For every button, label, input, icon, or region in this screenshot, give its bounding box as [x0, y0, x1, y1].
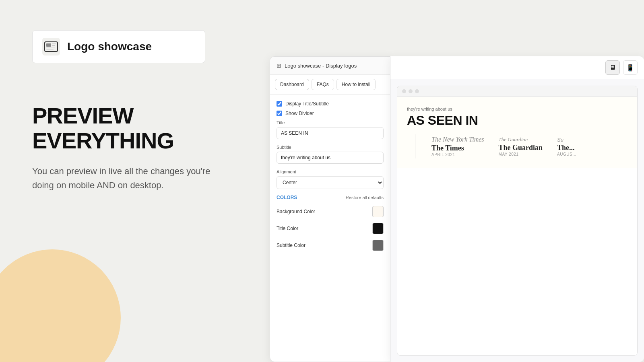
settings-body: Display Title/Subtitle Show Divider Titl… [270, 95, 390, 362]
desktop-icon: 🖥 [609, 64, 616, 71]
background-color-swatch[interactable] [372, 206, 384, 217]
title-color-swatch[interactable] [372, 223, 384, 234]
showcase-title: AS SEEN IN [407, 113, 627, 128]
app-header-card: Logo showcase [32, 30, 205, 63]
list-item: The New York Times The Times APRIL 2021 [425, 136, 491, 157]
left-section: Logo showcase PREVIEW EVERYTHING You can… [0, 0, 270, 362]
nyt-name: The Times [431, 144, 464, 152]
background-color-row: Background Color [277, 206, 384, 217]
guardian-publication: The Guardian [499, 136, 528, 143]
logo-grid-divider [415, 134, 415, 158]
settings-header-title: Logo showcase - Display logos [285, 63, 357, 69]
display-title-checkbox[interactable] [277, 101, 282, 107]
tab-faqs[interactable]: FAQs [312, 79, 334, 90]
subtitle-color-label: Subtitle Color [277, 243, 305, 248]
mobile-icon: 📱 [626, 64, 634, 72]
guardian-date: MAY 2021 [499, 152, 519, 156]
checkbox-show-divider: Show Divider [277, 111, 384, 116]
alignment-select[interactable]: Center Left Right [277, 176, 384, 189]
show-divider-checkbox[interactable] [277, 111, 282, 116]
subtitle-color-swatch[interactable] [372, 240, 384, 251]
browser-bar [397, 86, 637, 97]
list-item: Su The... AUGUS... [551, 137, 583, 156]
display-title-label: Display Title/Subtitle [285, 101, 329, 107]
showcase-subtitle: they're writing about us [407, 107, 627, 111]
title-input[interactable] [277, 127, 384, 139]
preview-panel: 🖥 📱 they're writing about us AS SEEN IN … [390, 56, 644, 362]
aug-publication: Su [557, 137, 564, 143]
browser-dot-2 [409, 89, 413, 93]
tab-bar: Dashboard FAQs How to install [270, 75, 390, 95]
subtitle-field-label: Subtitle [277, 145, 384, 150]
aug-date: AUGUS... [557, 152, 576, 156]
alignment-field-label: Alignment [277, 169, 384, 174]
subtitle-color-row: Subtitle Color [277, 240, 384, 251]
guardian-name: The Guardian [499, 144, 543, 152]
logo-grid: The New York Times The Times APRIL 2021 … [407, 134, 627, 158]
preview-toolbar: 🖥 📱 [390, 56, 644, 79]
settings-grid-icon: ⊞ [277, 62, 281, 69]
settings-header: ⊞ Logo showcase - Display logos [270, 57, 390, 75]
nyt-date: APRIL 2021 [431, 152, 455, 157]
browser-dot-1 [402, 89, 406, 93]
background-color-label: Background Color [277, 209, 315, 214]
settings-panel: ⊞ Logo showcase - Display logos Dashboar… [270, 56, 390, 362]
app-icon [42, 38, 60, 56]
tab-how-to-install[interactable]: How to install [336, 79, 376, 90]
desktop-preview-btn[interactable]: 🖥 [605, 60, 620, 75]
aug-name: The... [557, 144, 575, 152]
title-field-group: Title [277, 120, 384, 139]
subtitle-input[interactable] [277, 152, 384, 164]
preview-browser: they're writing about us AS SEEN IN The … [397, 86, 638, 356]
tab-dashboard[interactable]: Dashboard [275, 79, 309, 90]
svg-rect-6 [46, 49, 54, 50]
svg-rect-3 [52, 43, 56, 44]
svg-rect-4 [52, 45, 55, 46]
browser-content: they're writing about us AS SEEN IN The … [397, 97, 637, 168]
hero-headline: PREVIEW EVERYTHING [32, 103, 242, 153]
colors-header: COLORS Restore all defaults [277, 195, 384, 200]
title-field-label: Title [277, 120, 384, 125]
svg-rect-2 [46, 43, 51, 47]
restore-defaults-link[interactable]: Restore all defaults [346, 195, 384, 200]
list-item: The Guardian The Guardian MAY 2021 [492, 136, 549, 156]
mobile-preview-btn[interactable]: 📱 [623, 60, 638, 75]
title-color-row: Title Color [277, 223, 384, 234]
alignment-field-group: Alignment Center Left Right [277, 169, 384, 189]
show-divider-label: Show Divider [285, 111, 314, 116]
app-title: Logo showcase [67, 40, 152, 53]
hero-body: You can preview in live all the changes … [32, 164, 225, 192]
browser-dot-3 [415, 89, 419, 93]
title-color-label: Title Color [277, 226, 298, 231]
colors-title: COLORS [277, 195, 297, 200]
svg-rect-5 [46, 47, 55, 48]
subtitle-field-group: Subtitle [277, 145, 384, 164]
right-panel: ⊞ Logo showcase - Display logos Dashboar… [270, 56, 644, 362]
checkbox-display-title: Display Title/Subtitle [277, 101, 384, 107]
nyt-publication: The New York Times [431, 136, 484, 143]
colors-section: COLORS Restore all defaults Background C… [277, 195, 384, 251]
